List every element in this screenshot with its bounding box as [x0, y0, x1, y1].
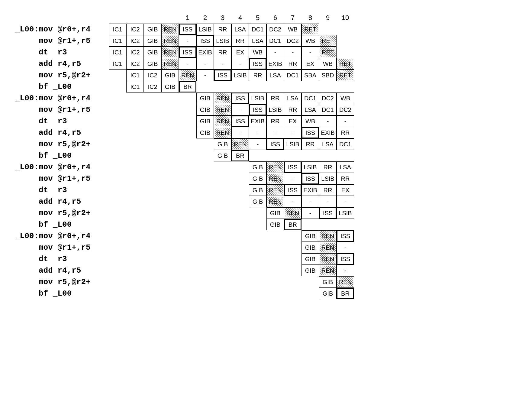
- cycle-header: 1: [179, 12, 196, 24]
- stage-cell: REN: [161, 35, 179, 47]
- stage-cell: REN: [319, 242, 337, 253]
- stage-cell: REN: [319, 253, 337, 265]
- instruction-text: mov @r1+,r5: [15, 173, 109, 184]
- stage-cell: -: [179, 58, 196, 70]
- stage-cell: RR: [214, 47, 231, 58]
- stage-cell: REN: [266, 196, 284, 207]
- cycle-header: 10: [337, 12, 354, 24]
- stage-cell: -: [249, 127, 266, 138]
- stage-cell: SBA: [301, 70, 319, 81]
- stage-cell: ISS: [301, 173, 319, 184]
- stage-cell: WB: [249, 47, 266, 58]
- stage-cell: DC1: [319, 104, 337, 115]
- stage-cell: ISS: [249, 104, 266, 115]
- stage-cell: REN: [337, 276, 354, 288]
- stage-cell: -: [231, 58, 249, 70]
- stage-cell: RR: [319, 184, 337, 196]
- stage-cell: -: [301, 207, 319, 219]
- stage-cell: -: [337, 242, 354, 253]
- stage-cell: EXIB: [196, 47, 214, 58]
- stage-cell: DC2: [266, 24, 284, 35]
- stage-cell: LSA: [301, 104, 319, 115]
- stage-cell: -: [196, 70, 214, 81]
- stage-cell: -: [266, 47, 284, 58]
- instruction-text: add r4,r5: [15, 196, 109, 207]
- stage-cell: -: [284, 196, 301, 207]
- instruction-text: dt r3: [15, 115, 109, 127]
- stage-cell: LSIB: [319, 173, 337, 184]
- stage-cell: EX: [284, 115, 301, 127]
- stage-cell: RET: [337, 70, 354, 81]
- stage-cell: LSIB: [249, 92, 266, 104]
- cycle-header: 8: [301, 12, 319, 24]
- stage-cell: WB: [319, 58, 337, 70]
- instruction-text: add r4,r5: [15, 58, 109, 70]
- stage-cell: REN: [214, 127, 231, 138]
- stage-cell: -: [319, 196, 337, 207]
- stage-cell: -: [179, 35, 196, 47]
- stage-cell: GIB: [214, 138, 231, 150]
- stage-cell: LSIB: [337, 207, 354, 219]
- stage-cell: GIB: [249, 184, 266, 196]
- stage-cell: -: [319, 115, 337, 127]
- stage-cell: GIB: [266, 219, 284, 230]
- stage-cell: GIB: [196, 92, 214, 104]
- cycle-header: 5: [249, 12, 266, 24]
- stage-cell: IC2: [126, 35, 144, 47]
- stage-cell: GIB: [196, 127, 214, 138]
- stage-cell: RET: [319, 35, 337, 47]
- stage-cell: REN: [266, 173, 284, 184]
- stage-cell: GIB: [266, 207, 284, 219]
- stage-cell: WB: [301, 35, 319, 47]
- cycle-header: 4: [231, 12, 249, 24]
- instruction-text: _L00:mov @r0+,r4: [15, 24, 109, 35]
- stage-cell: GIB: [249, 196, 266, 207]
- stage-cell: REN: [161, 47, 179, 58]
- stage-cell: EX: [301, 58, 319, 70]
- stage-cell: DC2: [337, 104, 354, 115]
- stage-cell: GIB: [249, 161, 266, 173]
- cycle-header: 6: [266, 12, 284, 24]
- instruction-text: dt r3: [15, 184, 109, 196]
- stage-cell: RR: [214, 24, 231, 35]
- stage-cell: LSA: [231, 24, 249, 35]
- stage-cell: REN: [319, 230, 337, 242]
- stage-cell: RET: [337, 58, 354, 70]
- instruction-text: mov r5,@r2+: [15, 207, 109, 219]
- stage-cell: DC2: [319, 92, 337, 104]
- stage-cell: IC1: [126, 81, 144, 92]
- stage-cell: DC1: [284, 70, 301, 81]
- stage-cell: GIB: [196, 115, 214, 127]
- stage-cell: -: [337, 196, 354, 207]
- instruction-text: add r4,r5: [15, 127, 109, 138]
- stage-cell: -: [249, 138, 266, 150]
- stage-cell: RET: [319, 47, 337, 58]
- stage-cell: IC1: [126, 70, 144, 81]
- stage-cell: GIB: [301, 253, 319, 265]
- stage-cell: ISS: [319, 207, 337, 219]
- stage-cell: REN: [284, 207, 301, 219]
- stage-cell: WB: [337, 92, 354, 104]
- instruction-text: add r4,r5: [15, 265, 109, 276]
- stage-cell: ISS: [284, 161, 301, 173]
- stage-cell: EXIB: [249, 115, 266, 127]
- stage-cell: EXIB: [301, 184, 319, 196]
- instruction-text: bf _L00: [15, 81, 109, 92]
- stage-cell: -: [284, 127, 301, 138]
- stage-cell: LSA: [319, 138, 337, 150]
- stage-cell: IC2: [144, 70, 161, 81]
- stage-cell: ISS: [337, 253, 354, 265]
- stage-cell: RR: [249, 70, 266, 81]
- instruction-text: mov @r1+,r5: [15, 104, 109, 115]
- stage-cell: DC1: [337, 138, 354, 150]
- stage-cell: GIB: [301, 242, 319, 253]
- stage-cell: REN: [214, 104, 231, 115]
- stage-cell: RR: [319, 161, 337, 173]
- stage-cell: IC2: [126, 58, 144, 70]
- stage-cell: REN: [214, 115, 231, 127]
- stage-cell: RR: [301, 138, 319, 150]
- stage-cell: IC2: [126, 47, 144, 58]
- stage-cell: GIB: [319, 288, 337, 299]
- stage-cell: GIB: [301, 265, 319, 276]
- stage-cell: IC1: [109, 35, 126, 47]
